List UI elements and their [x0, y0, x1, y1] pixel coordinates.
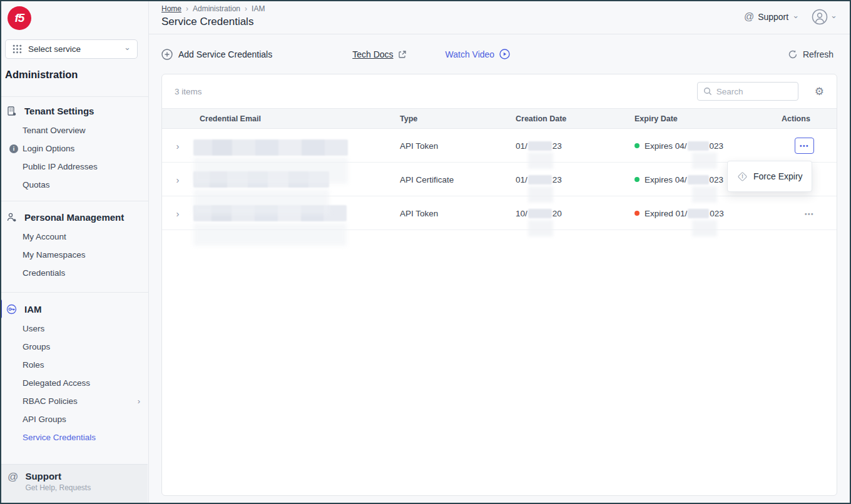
nav-group-header-tenant-settings[interactable]: Tenant Settings — [0, 100, 149, 121]
redacted-blur-tail — [528, 186, 553, 203]
creation-date-left: 10/ — [516, 209, 527, 218]
sidebar-item-label: Delegated Access — [23, 378, 90, 388]
status-dot-expired — [634, 211, 640, 216]
sidebar-item-my-account[interactable]: My Account — [0, 228, 149, 246]
sidebar-item-users[interactable]: Users — [0, 320, 149, 338]
chevron-right-icon: › — [138, 396, 140, 406]
search-input[interactable] — [716, 87, 785, 96]
tech-docs-link[interactable]: Tech Docs — [352, 49, 406, 59]
nav-group-label: IAM — [24, 304, 42, 315]
column-header-creation-date[interactable]: Creation Date — [516, 114, 634, 123]
sidebar-item-tenant-overview[interactable]: Tenant Overview — [0, 121, 149, 139]
breadcrumb-home-link[interactable]: Home — [161, 4, 181, 13]
divider — [0, 292, 149, 293]
sidebar-support-section[interactable]: @ Support Get Help, Requests — [0, 464, 148, 503]
nav-group-header-iam[interactable]: IAM — [0, 298, 149, 320]
iam-key-icon — [6, 304, 17, 315]
breadcrumb-separator-icon — [245, 4, 247, 13]
search-icon — [703, 87, 712, 96]
creation-date-left: 01/ — [516, 175, 527, 184]
expiry-right: 023 — [710, 209, 724, 218]
row-actions-button[interactable] — [795, 138, 814, 154]
sidebar-item-label: Service Credentials — [23, 433, 96, 442]
gear-icon[interactable]: ⚙ — [815, 85, 824, 98]
support-sublabel: Get Help, Requests — [25, 483, 91, 492]
topbar-support-menu[interactable]: @ Support — [744, 11, 799, 23]
watch-video-link[interactable]: Watch Video — [446, 49, 511, 59]
refresh-button[interactable]: Refresh — [788, 49, 833, 59]
table-header-row: Credential Email Type Creation Date Expi… — [162, 108, 837, 129]
add-service-credentials-button[interactable]: Add Service Credentials — [161, 49, 272, 60]
tech-docs-label: Tech Docs — [352, 49, 393, 59]
sidebar-item-login-options[interactable]: i Login Options — [0, 139, 149, 158]
sidebar-item-groups[interactable]: Groups — [0, 338, 149, 356]
force-expiry-menu-item[interactable]: Force Expiry — [753, 171, 803, 181]
items-count: 3 items — [175, 87, 202, 96]
account-menu[interactable] — [812, 9, 837, 25]
grid-icon — [12, 44, 23, 54]
row-expander-icon[interactable] — [162, 208, 193, 219]
divider — [0, 96, 149, 97]
redacted-date-block — [528, 175, 552, 184]
refresh-label: Refresh — [803, 49, 833, 59]
redacted-blur-tail — [193, 189, 329, 214]
nav-group-header-personal-management[interactable]: Personal Management — [0, 206, 149, 228]
row-expander-icon[interactable] — [162, 174, 193, 185]
select-service-label: Select service — [28, 44, 124, 54]
table-row: API Token 01/23 Expires 04/023 — [162, 129, 837, 163]
breadcrumb-separator-icon — [186, 4, 188, 13]
redacted-email-block — [193, 139, 348, 156]
breadcrumb-iam[interactable]: IAM — [252, 4, 265, 13]
sidebar-item-label: Users — [23, 324, 44, 333]
creation-date-right: 20 — [553, 209, 562, 218]
sidebar-item-roles[interactable]: Roles — [0, 356, 149, 374]
breadcrumb: Home Administration IAM — [161, 4, 265, 13]
creation-date-right: 23 — [553, 175, 562, 184]
sidebar-item-label: RBAC Policies — [23, 396, 78, 406]
nav-group-personal-management: Personal Management My Account My Namesp… — [0, 206, 149, 282]
sidebar-item-rbac-policies[interactable]: RBAC Policies › — [0, 392, 149, 410]
expiry-left: Expires 04/ — [645, 175, 687, 184]
plus-circle-icon — [161, 49, 173, 60]
redacted-blur-tail — [528, 220, 553, 236]
expiry-left: Expired 01/ — [645, 209, 687, 218]
support-at-icon: @ — [744, 11, 754, 23]
redacted-date-block — [688, 209, 709, 218]
external-link-icon — [398, 50, 407, 59]
search-box[interactable] — [697, 82, 798, 101]
sidebar-item-api-groups[interactable]: API Groups — [0, 410, 149, 428]
column-header-credential-email[interactable]: Credential Email — [193, 114, 400, 123]
redacted-blur-tail — [692, 153, 717, 169]
column-header-expiry-date[interactable]: Expiry Date — [634, 114, 782, 123]
chevron-down-icon — [792, 12, 799, 22]
sidebar-item-service-credentials[interactable]: Service Credentials — [0, 428, 149, 446]
sidebar-item-delegated-access[interactable]: Delegated Access — [0, 374, 149, 392]
breadcrumb-administration[interactable]: Administration — [193, 4, 240, 13]
redacted-date-block — [688, 141, 709, 151]
nav-group-label: Personal Management — [24, 212, 124, 223]
row-expander-icon[interactable] — [162, 141, 193, 151]
creation-date: 01/23 — [516, 129, 634, 163]
chevron-down-icon — [830, 11, 837, 23]
row-actions-button[interactable] — [805, 209, 814, 218]
sidebar-item-public-ip-addresses[interactable]: Public IP Addresses — [0, 158, 149, 176]
creation-date-left: 01/ — [516, 141, 527, 151]
active-group-indicator — [0, 300, 2, 318]
sidebar-item-label: My Namespaces — [23, 250, 86, 260]
column-header-type[interactable]: Type — [400, 114, 516, 123]
f5-logo-text: f5 — [15, 11, 24, 25]
sidebar-section-title: Administration — [5, 69, 78, 81]
select-service-dropdown[interactable]: Select service — [5, 39, 138, 59]
sidebar-item-label: Groups — [23, 342, 50, 351]
toolbar: Add Service Credentials Tech Docs Watch … — [149, 34, 851, 74]
redacted-date-block — [688, 175, 709, 184]
page-title: Service Credentials — [161, 16, 253, 28]
sidebar-item-quotas[interactable]: Quotas — [0, 176, 149, 194]
sidebar-item-my-namespaces[interactable]: My Namespaces — [0, 246, 149, 264]
sidebar-item-credentials[interactable]: Credentials — [0, 264, 149, 282]
sidebar-item-label: API Groups — [23, 415, 66, 424]
redacted-blur-tail — [528, 153, 553, 169]
support-label: Support — [25, 471, 91, 481]
expiry-right: 023 — [710, 141, 724, 151]
redacted-blur-tail — [692, 220, 717, 236]
